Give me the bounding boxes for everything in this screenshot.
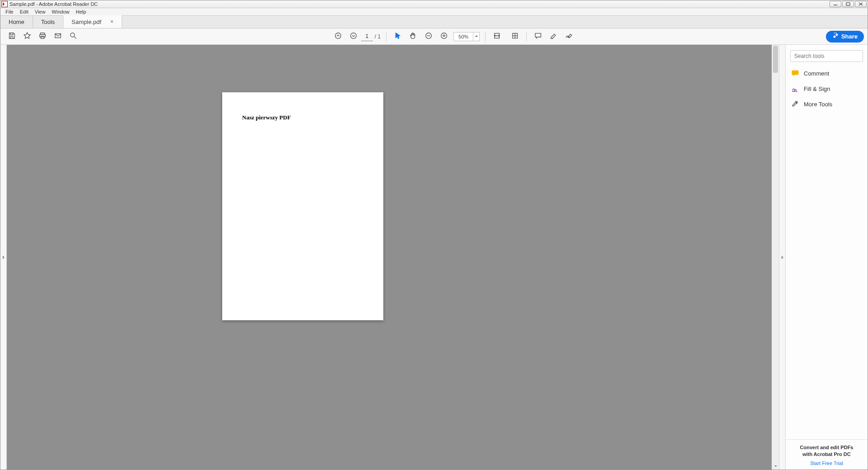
tab-close-button[interactable]: × [109, 19, 115, 25]
svg-point-11 [335, 33, 341, 38]
svg-line-10 [74, 36, 76, 38]
svg-point-9 [71, 33, 75, 37]
menu-edit[interactable]: Edit [17, 9, 32, 14]
window-title: Sample.pdf - Adobe Acrobat Reader DC [10, 1, 98, 7]
main-toolbar: / 1 50% Share [0, 28, 868, 45]
arrow-down-circle-icon [349, 32, 358, 42]
hand-icon [409, 32, 417, 42]
share-button[interactable]: Share [826, 31, 864, 43]
page-total-label: / 1 [373, 33, 382, 40]
signature-icon [565, 32, 573, 42]
plus-circle-icon [440, 32, 448, 42]
window-close-button[interactable] [855, 1, 867, 7]
fit-width-icon [493, 32, 501, 42]
tab-document[interactable]: Sample.pdf × [63, 15, 122, 28]
page-1: Nasz pierwszy PDF [222, 92, 383, 320]
magnifier-icon [69, 32, 77, 42]
page-down-button[interactable] [347, 30, 360, 43]
window-minimize-button[interactable] [830, 1, 841, 7]
find-button[interactable] [67, 30, 80, 43]
print-icon [38, 32, 47, 42]
star-icon [23, 32, 31, 42]
chevron-right-icon [781, 253, 784, 261]
email-button[interactable] [52, 30, 64, 43]
svg-point-23 [833, 36, 835, 38]
page-up-button[interactable] [332, 30, 344, 43]
title-bar: Sample.pdf - Adobe Acrobat Reader DC [0, 0, 868, 8]
fit-page-button[interactable] [509, 30, 521, 43]
tab-document-label: Sample.pdf [72, 19, 101, 25]
selection-tool-button[interactable] [391, 30, 404, 43]
fit-page-icon [511, 32, 519, 42]
scroll-down-button[interactable] [772, 463, 779, 470]
window-maximize-button[interactable] [842, 1, 854, 7]
svg-rect-4 [10, 36, 13, 38]
toolbar-separator [485, 32, 486, 42]
wrench-icon [791, 100, 799, 108]
toolbar-separator [526, 32, 527, 42]
menu-bar: File Edit View Window Help [0, 8, 868, 16]
right-panel: Comment Fill & Sign More Tools Convert a… [785, 45, 868, 470]
sign-button[interactable] [563, 30, 575, 43]
svg-rect-6 [40, 34, 46, 37]
zoom-dropdown-button[interactable] [473, 32, 480, 41]
page-heading: Nasz pierwszy PDF [222, 92, 383, 143]
promo-text-line1: Convert and edit PDFs [789, 444, 864, 451]
chevron-right-icon [2, 253, 5, 261]
add-comment-button[interactable] [532, 30, 544, 43]
minus-circle-icon [424, 32, 433, 42]
zoom-level-display[interactable]: 50% [453, 32, 473, 41]
document-canvas[interactable]: Nasz pierwszy PDF [7, 45, 779, 470]
mail-icon [54, 32, 62, 42]
right-panel-comment[interactable]: Comment [786, 66, 868, 81]
svg-point-12 [350, 33, 356, 38]
comment-bubble-icon [534, 32, 542, 42]
pen-icon [791, 85, 799, 93]
workspace: Nasz pierwszy PDF Comment Fill & Sign [0, 45, 868, 470]
page-number-input[interactable] [361, 32, 373, 41]
zoom-out-button[interactable] [422, 30, 435, 43]
menu-help[interactable]: Help [72, 9, 89, 14]
app-icon [1, 1, 8, 7]
svg-rect-7 [41, 36, 44, 38]
arrow-up-circle-icon [334, 32, 342, 42]
star-button[interactable] [21, 30, 33, 43]
svg-rect-1 [846, 3, 850, 5]
zoom-in-button[interactable] [438, 30, 450, 43]
right-panel-fill-sign[interactable]: Fill & Sign [786, 81, 868, 96]
cursor-icon [394, 32, 402, 42]
promo-text-line2: with Acrobat Pro DC [789, 451, 864, 458]
left-rail-toggle[interactable] [0, 45, 7, 470]
vertical-scrollbar[interactable] [772, 45, 779, 470]
menu-view[interactable]: View [32, 9, 49, 14]
share-icon [832, 33, 839, 40]
hand-tool-button[interactable] [407, 30, 420, 43]
fit-width-button[interactable] [491, 30, 503, 43]
tab-home[interactable]: Home [0, 15, 33, 28]
menu-window[interactable]: Window [48, 9, 72, 14]
tab-strip: Home Tools Sample.pdf × [0, 16, 868, 28]
promo-panel: Convert and edit PDFs with Acrobat Pro D… [786, 439, 868, 470]
right-panel-item-label: More Tools [804, 101, 832, 108]
highlight-button[interactable] [547, 30, 560, 43]
share-button-label: Share [841, 33, 858, 40]
right-panel-more-tools[interactable]: More Tools [786, 96, 868, 112]
search-tools-input[interactable] [790, 50, 863, 62]
save-icon [8, 32, 16, 42]
right-panel-item-label: Fill & Sign [804, 85, 830, 92]
promo-start-trial-link[interactable]: Start Free Trial [789, 461, 864, 466]
scrollbar-thumb[interactable] [773, 46, 778, 73]
highlighter-icon [549, 32, 558, 42]
right-panel-item-label: Comment [804, 70, 829, 77]
print-button[interactable] [36, 30, 49, 43]
comment-icon [791, 69, 799, 77]
right-rail-toggle[interactable] [779, 45, 785, 470]
menu-file[interactable]: File [2, 9, 17, 14]
save-button[interactable] [5, 30, 18, 43]
toolbar-separator [386, 32, 386, 42]
tab-tools[interactable]: Tools [33, 15, 63, 28]
